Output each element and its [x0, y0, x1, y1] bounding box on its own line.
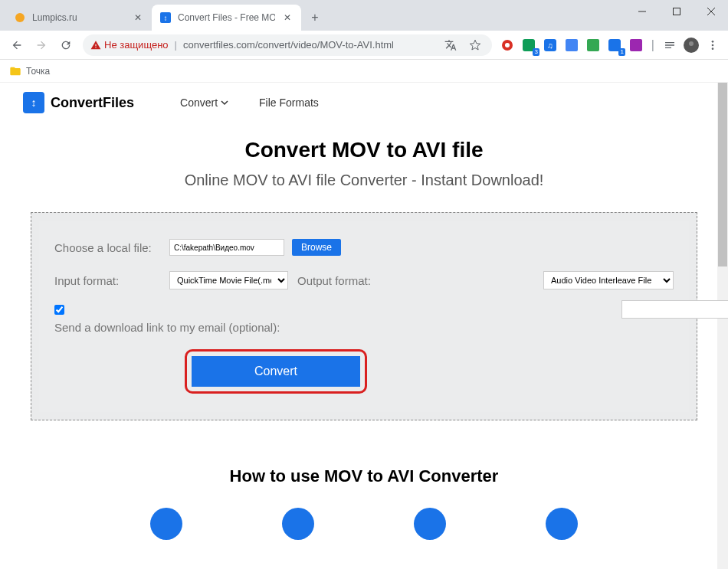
site-nav: Convert File Formats	[180, 96, 319, 109]
page-title: Convert MOV to AVI file	[0, 138, 728, 162]
svg-text:↕: ↕	[164, 14, 168, 22]
tab-lumpics[interactable]: Lumpics.ru ✕	[6, 5, 152, 31]
nav-formats[interactable]: File Formats	[259, 96, 319, 109]
step-circles	[0, 508, 728, 540]
svg-point-19	[712, 44, 714, 46]
chevron-down-icon	[221, 99, 228, 106]
maximize-button[interactable]	[659, 0, 694, 23]
tab-convertfiles[interactable]: ↕ Convert Files - Free MOV to AVI c ✕	[152, 5, 301, 31]
brand-text: ConvertFiles	[51, 95, 134, 111]
close-icon[interactable]: ✕	[281, 11, 293, 24]
svg-rect-12	[566, 39, 578, 51]
step-circle	[414, 508, 446, 540]
svg-point-8	[505, 43, 510, 47]
ext-icon-3[interactable]: ♫	[541, 36, 559, 54]
email-input[interactable]	[621, 300, 728, 319]
close-button[interactable]	[694, 0, 728, 23]
svg-point-0	[15, 13, 25, 22]
browse-button[interactable]: Browse	[292, 239, 341, 256]
svg-text:♫: ♫	[547, 41, 553, 50]
ext-icon-4[interactable]	[562, 36, 581, 54]
output-format-label: Output format:	[297, 274, 371, 287]
svg-point-18	[712, 41, 714, 43]
minimize-button[interactable]	[625, 0, 659, 23]
security-label: Не защищено	[104, 39, 169, 51]
convert-highlight: Convert	[185, 349, 367, 394]
input-format-label: Input format:	[54, 274, 162, 287]
choose-file-label: Choose a local file:	[54, 241, 162, 254]
step-circle	[282, 508, 314, 540]
page-subtitle: Online MOV to AVI file Converter - Insta…	[0, 172, 728, 189]
favicon-lumpics	[14, 11, 26, 24]
bookmarks-bar: Точка	[0, 60, 728, 83]
window-controls	[625, 0, 728, 31]
ext-icon-6[interactable]: 1	[605, 36, 624, 54]
site-logo[interactable]: ↕ ConvertFiles	[23, 92, 134, 113]
step-circle	[546, 508, 578, 540]
profile-avatar[interactable]	[682, 36, 700, 54]
input-format-select[interactable]: QuickTime Movie File(.mov	[169, 271, 288, 289]
menu-icon[interactable]	[703, 36, 722, 54]
reload-button[interactable]	[55, 34, 77, 56]
ext-icon-2[interactable]: 3	[520, 36, 538, 54]
browser-toolbar: Не защищено | convertfiles.com/convert/v…	[0, 31, 728, 60]
new-tab-button[interactable]: +	[304, 7, 326, 28]
output-format-select[interactable]: Audio Video Interleave File	[543, 271, 674, 289]
page-viewport: ↕ ConvertFiles Convert File Formats Conv…	[0, 83, 728, 569]
svg-point-20	[712, 47, 714, 50]
ext-icon-7[interactable]	[627, 36, 645, 54]
tab-title: Lumpics.ru	[32, 12, 126, 23]
tab-title: Convert Files - Free MOV to AVI c	[178, 12, 275, 23]
converter-form: Choose a local file: Browse Input format…	[31, 212, 697, 420]
back-button[interactable]	[6, 34, 28, 56]
site-header: ↕ ConvertFiles Convert File Formats	[0, 83, 728, 123]
bookmark-folder-icon[interactable]: Точка	[9, 65, 50, 77]
security-warning: Не защищено	[90, 39, 169, 51]
email-label: Send a download link to my email (option…	[54, 321, 300, 334]
browser-titlebar: Lumpics.ru ✕ ↕ Convert Files - Free MOV …	[0, 0, 728, 31]
nav-convert[interactable]: Convert	[180, 96, 228, 109]
howto-heading: How to use MOV to AVI Converter	[0, 466, 728, 486]
translate-icon[interactable]	[441, 36, 460, 54]
star-icon[interactable]	[466, 36, 484, 54]
ext-icon-5[interactable]	[584, 36, 602, 54]
file-path-input[interactable]	[169, 239, 284, 256]
scrollbar-track[interactable]	[717, 83, 728, 569]
forward-button[interactable]	[31, 34, 52, 56]
close-icon[interactable]: ✕	[132, 11, 144, 24]
reading-list-icon[interactable]	[661, 36, 679, 54]
svg-rect-13	[587, 39, 599, 51]
email-checkbox[interactable]	[54, 305, 64, 315]
extension-icons: 3 ♫ 1 |	[498, 36, 722, 54]
ext-icon-1[interactable]	[498, 36, 516, 54]
svg-rect-15	[630, 39, 642, 51]
svg-rect-4	[673, 8, 680, 15]
favicon-convertfiles: ↕	[159, 11, 172, 24]
svg-point-17	[689, 41, 694, 46]
url-text: convertfiles.com/convert/video/MOV-to-AV…	[183, 39, 435, 51]
convert-button[interactable]: Convert	[192, 356, 360, 387]
logo-icon: ↕	[23, 92, 44, 113]
bookmark-label: Точка	[26, 66, 50, 77]
address-bar[interactable]: Не защищено | convertfiles.com/convert/v…	[83, 34, 492, 56]
scrollbar-thumb[interactable]	[718, 83, 727, 267]
step-circle	[150, 508, 182, 540]
